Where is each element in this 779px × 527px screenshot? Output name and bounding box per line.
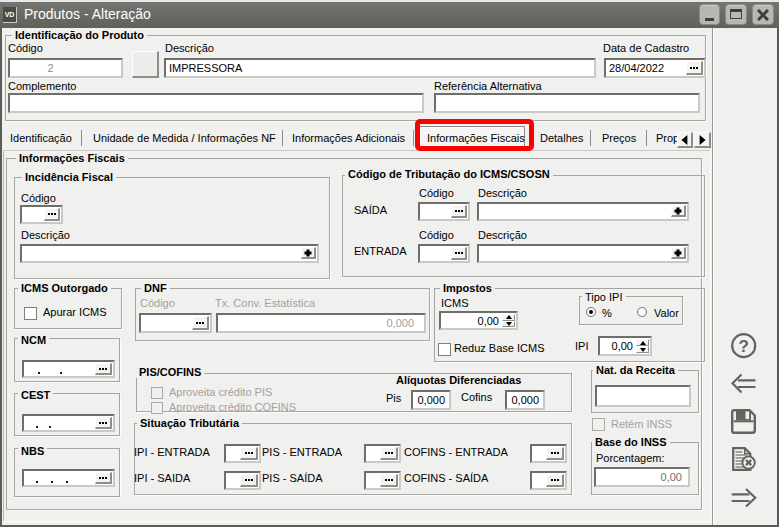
svg-text:?: ? [739, 337, 749, 356]
